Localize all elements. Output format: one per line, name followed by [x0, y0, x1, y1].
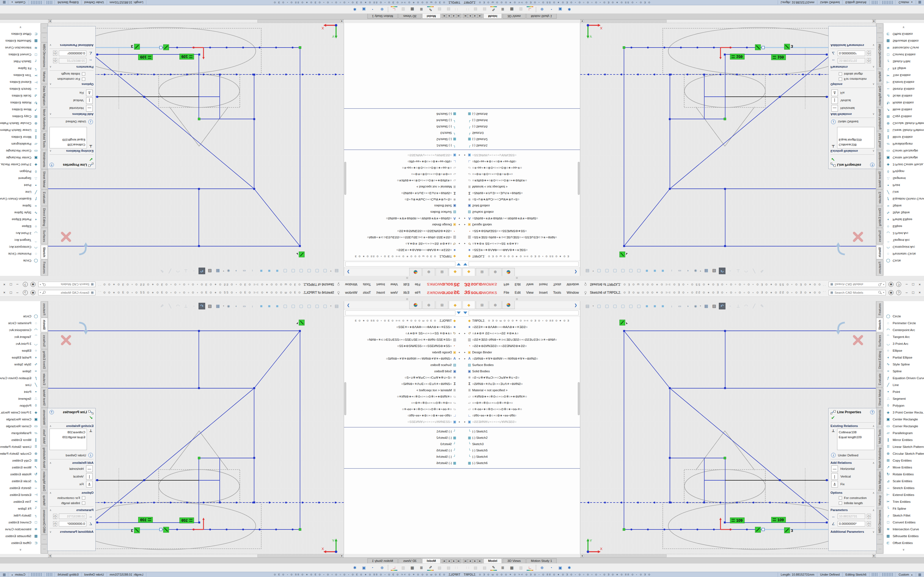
relations-listbox[interactable]: Collinear108 Equal length109 [837, 127, 874, 148]
view-toolbar-icon-ghost[interactable]: ⊥ [735, 303, 741, 309]
mm-icon-dark[interactable]: ▦ [509, 6, 515, 12]
tool-item-stretch-entities[interactable]: ⇔Stretch Entities [884, 86, 924, 93]
tab-propertymanager[interactable]: ⊞ [436, 268, 448, 276]
status-tag-icon[interactable]: ▦ [2, 0, 8, 5]
close-button[interactable]: × [919, 290, 921, 295]
view-toolbar-icon-cube[interactable]: ■ [274, 303, 281, 309]
search-icon[interactable] [42, 291, 46, 294]
commandmanager-tab--[interactable]: ⋮ [876, 33, 883, 42]
view-toolbar-icon-tool[interactable]: ↓ [667, 303, 674, 309]
commandmanager-tab-mbd-dimensions[interactable]: MBD Dimensions [876, 508, 883, 534]
mm-icon-rainbow[interactable]: ∟ [527, 565, 533, 571]
collapse-icon[interactable]: ∧ [872, 66, 874, 69]
tree-row[interactable]: ╰(-)Sketch4 [344, 453, 462, 460]
mm-icon-dark[interactable]: ≣ [499, 6, 506, 12]
tab-nav-arrow[interactable]: ▶ [473, 14, 477, 18]
tool-item-extend-entities[interactable]: ⊢Extend Entities [0, 491, 40, 498]
tool-item-extend-entities[interactable]: ⊢Extend Entities [884, 491, 924, 498]
status-custom-dropdown[interactable]: Custom▴ [8, 0, 29, 5]
panel-help-icon[interactable]: ? [50, 410, 54, 414]
view-toolbar-icon-wire[interactable]: ▢ [635, 268, 642, 274]
spinner-up-icon[interactable]: ▴ [867, 61, 871, 63]
tool-item-3-point-arc[interactable]: ◡3 Point Arc [0, 230, 40, 237]
additional-parameters-header[interactable]: Additional Parameters∨ [830, 44, 874, 47]
mm-icon-blue[interactable]: ⊕ [539, 565, 545, 571]
additional-parameters-header[interactable]: Additional Parameters∨ [50, 44, 94, 47]
tool-item-partial-ellipse[interactable]: ◖Partial Ellipse [884, 216, 924, 223]
mm-icon-blue[interactable]: ⊕ [379, 6, 385, 12]
more-tools-chevron[interactable]: » [0, 546, 40, 552]
ok-button[interactable]: ✔ [831, 156, 874, 162]
view-toolbar-icon-zebra[interactable]: ▨ [711, 268, 717, 274]
relation-item[interactable]: Collinear108 [51, 430, 85, 435]
tool-item-polygon[interactable]: ◊Polygon [0, 168, 40, 175]
search-box[interactable]: ▦ ▾ [38, 282, 95, 287]
tree-row[interactable]: ▱○✳ИΝ⊚∗+○※⊙‹○∘○›⊙※○+∗⊚ИΝ✳○ [344, 177, 462, 184]
tab-propertymanager[interactable]: ⊞ [436, 301, 448, 309]
commandmanager-tab-surfaces[interactable]: Surfaces [41, 333, 48, 349]
search-dropdown-icon[interactable]: ▾ [883, 283, 884, 286]
tool-item-circular-sketch-pattern[interactable]: ⊛Circular Sketch Pattern [884, 120, 924, 127]
doc-tab-motion-study-1[interactable]: Motion Study 1 [527, 14, 557, 19]
collapse-icon[interactable]: ∧ [50, 83, 52, 86]
commandmanager-tab-weldments[interactable]: Weldments [876, 150, 883, 169]
tree-row[interactable]: ▸▣Design Binder [462, 222, 580, 228]
expand-arrow-icon[interactable]: ▸ [457, 218, 461, 220]
tree-row[interactable]: ▦(-)Sketch2 [462, 136, 580, 143]
tab-nav-arrow[interactable]: ◀ [452, 14, 456, 18]
tree-row[interactable]: ╰(-)Sketch1 [344, 428, 462, 434]
view-toolbar-icon-wire[interactable]: ▢ [596, 303, 602, 309]
view-toolbar-icon-wire[interactable]: ▢ [620, 303, 626, 309]
confirmation-corner[interactable] [62, 322, 88, 344]
commandmanager-tab--[interactable]: ⋮ [41, 33, 48, 42]
options-header[interactable]: Options∧ [50, 83, 94, 86]
tool-item-3-point-arc[interactable]: ◡3 Point Arc [884, 340, 924, 347]
commandmanager-tab-evaluate[interactable]: Evaluate [876, 371, 883, 387]
mm-icon-blue[interactable]: ⊕ [539, 6, 545, 12]
add-relation-vertical[interactable]: ❘Vertical [50, 97, 93, 104]
tool-item-spline[interactable]: ≈Spline [0, 203, 40, 210]
view-toolbar-icon-tool[interactable]: ▭ [675, 303, 682, 309]
commandmanager-tab-surfaces[interactable]: Surfaces [41, 228, 48, 244]
tab-nav-arrow[interactable]: ▶ [473, 559, 477, 563]
tree-row[interactable]: ※○Ƨ∘∪※∗∀ɯƆ○∘○Ɔɯ∀∗※∪∘Ƨ○ [344, 197, 462, 203]
panel-help-icon[interactable]: ? [870, 163, 874, 167]
mm-icon-blue[interactable]: ✱ [566, 6, 573, 12]
menu-edit[interactable]: Edit [401, 283, 412, 287]
mm-icon-dim[interactable]: ▤ [472, 6, 479, 12]
menu-edit[interactable]: Edit [512, 291, 523, 295]
view-toolbar-icon-wire[interactable]: ▢ [290, 268, 296, 274]
search-icon[interactable] [878, 291, 882, 294]
tree-row[interactable]: Σ○ƧИΝ⊚∘✳Λ∪Ǝ○∘○Ǝ∪Λ✳∘⊚ИΝƧ○ [344, 190, 462, 197]
view-toolbar-icon-pressed[interactable]: ↶ [719, 303, 725, 309]
view-toolbar-icon-ghost[interactable]: ╱ [751, 268, 758, 274]
user-account-icon[interactable]: ◉ [31, 282, 36, 287]
expand-arrow-icon[interactable]: ▸ [463, 421, 467, 423]
status-tag-icon[interactable]: ▦ [916, 0, 922, 5]
tool-item-sketch-fillet[interactable]: ╭Sketch Fillet [884, 58, 924, 65]
tree-row[interactable]: ≣Material < not specified > [462, 387, 580, 393]
tool-item-perimeter-circle[interactable]: ◌Perimeter Circle [0, 251, 40, 258]
vertex-handles[interactable] [54, 47, 336, 247]
option-infinite-length[interactable]: Infinite length [839, 72, 874, 76]
view-toolbar-icon-wire[interactable]: ▢ [282, 303, 289, 309]
commandmanager-tab-surfaces[interactable]: Surfaces [876, 228, 883, 244]
view-toolbar-icon-cube[interactable]: ■ [258, 268, 265, 274]
tool-item-convert-entities[interactable]: □Convert Entities [0, 52, 40, 58]
tree-row[interactable]: ▤Surface Bodies [344, 362, 462, 368]
doc-tab-model[interactable]: Model [422, 14, 441, 19]
mm-icon-sep[interactable] [536, 565, 536, 570]
view-toolbar-icon-tool[interactable]: ▭ [242, 303, 249, 309]
user-account-icon[interactable]: ◉ [31, 290, 36, 295]
tree-row[interactable]: ≣Material < not specified > [344, 184, 462, 190]
tree-row[interactable]: Σ○ƧИΝ⊚∘✳Λ∪Ǝ○∘○Ǝ∪Λ✳∘⊚ИΝƧ○ [462, 190, 580, 197]
search-box[interactable]: ▦ ▾ [38, 290, 95, 295]
spinner-down-icon[interactable]: ▾ [867, 58, 871, 61]
tree-row[interactable]: ★○ƧƧƎ✳∘∗⊚ΛΑΦ○∘○ΦΑΛ⊚∗∘✳ƎƧƧ○ [344, 324, 462, 330]
tool-item-perimeter-circle[interactable]: ◌Perimeter Circle [0, 319, 40, 326]
commandmanager-tab-mesh-modeling[interactable]: Mesh Modeling [876, 446, 883, 469]
help-icon[interactable]: ? [23, 282, 28, 287]
confirmation-corner[interactable] [836, 233, 862, 255]
tree-row[interactable]: ▥○ƧƧ✳ƎƧƧ○ИΝ⊚∘✳⊃⊂ƎƧ∪ƎƧƧ○∘○ƧƧƎ∪ƧƎ⊂⊃✳∘⊚ΝИ○ [344, 336, 462, 343]
tree-row[interactable]: ╰Sketch3 [462, 130, 580, 136]
